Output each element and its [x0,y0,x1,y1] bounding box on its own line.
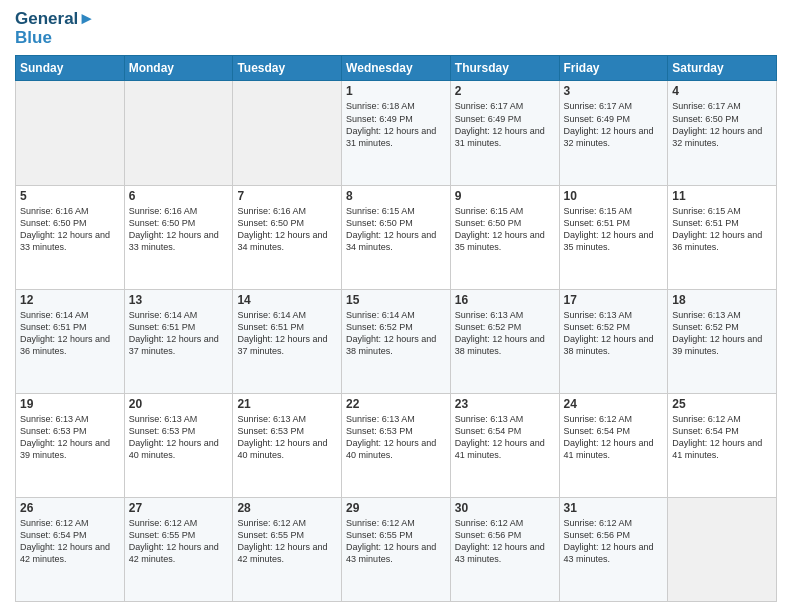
day-number: 24 [564,397,664,411]
calendar-week-5: 26Sunrise: 6:12 AM Sunset: 6:54 PM Dayli… [16,497,777,601]
calendar-cell: 15Sunrise: 6:14 AM Sunset: 6:52 PM Dayli… [342,289,451,393]
day-info: Sunrise: 6:13 AM Sunset: 6:53 PM Dayligh… [20,413,120,462]
calendar-cell: 17Sunrise: 6:13 AM Sunset: 6:52 PM Dayli… [559,289,668,393]
day-info: Sunrise: 6:12 AM Sunset: 6:56 PM Dayligh… [564,517,664,566]
day-number: 11 [672,189,772,203]
day-number: 10 [564,189,664,203]
day-number: 29 [346,501,446,515]
day-number: 18 [672,293,772,307]
weekday-header-row: SundayMondayTuesdayWednesdayThursdayFrid… [16,56,777,81]
day-info: Sunrise: 6:18 AM Sunset: 6:49 PM Dayligh… [346,100,446,149]
day-number: 9 [455,189,555,203]
day-info: Sunrise: 6:17 AM Sunset: 6:50 PM Dayligh… [672,100,772,149]
calendar-cell [668,497,777,601]
calendar-cell [16,81,125,185]
calendar-table: SundayMondayTuesdayWednesdayThursdayFrid… [15,55,777,602]
weekday-header-sunday: Sunday [16,56,125,81]
calendar-cell: 5Sunrise: 6:16 AM Sunset: 6:50 PM Daylig… [16,185,125,289]
calendar-cell: 1Sunrise: 6:18 AM Sunset: 6:49 PM Daylig… [342,81,451,185]
day-number: 7 [237,189,337,203]
calendar-cell: 31Sunrise: 6:12 AM Sunset: 6:56 PM Dayli… [559,497,668,601]
day-number: 27 [129,501,229,515]
day-info: Sunrise: 6:14 AM Sunset: 6:51 PM Dayligh… [20,309,120,358]
day-number: 1 [346,84,446,98]
calendar-cell: 9Sunrise: 6:15 AM Sunset: 6:50 PM Daylig… [450,185,559,289]
day-info: Sunrise: 6:13 AM Sunset: 6:53 PM Dayligh… [129,413,229,462]
calendar-cell: 2Sunrise: 6:17 AM Sunset: 6:49 PM Daylig… [450,81,559,185]
day-info: Sunrise: 6:16 AM Sunset: 6:50 PM Dayligh… [20,205,120,254]
calendar-week-3: 12Sunrise: 6:14 AM Sunset: 6:51 PM Dayli… [16,289,777,393]
day-number: 21 [237,397,337,411]
page: General► Blue SundayMondayTuesdayWednesd… [0,0,792,612]
day-info: Sunrise: 6:13 AM Sunset: 6:53 PM Dayligh… [237,413,337,462]
day-number: 8 [346,189,446,203]
day-number: 6 [129,189,229,203]
day-info: Sunrise: 6:12 AM Sunset: 6:55 PM Dayligh… [129,517,229,566]
day-number: 15 [346,293,446,307]
calendar-cell: 7Sunrise: 6:16 AM Sunset: 6:50 PM Daylig… [233,185,342,289]
weekday-header-monday: Monday [124,56,233,81]
day-number: 13 [129,293,229,307]
day-info: Sunrise: 6:12 AM Sunset: 6:55 PM Dayligh… [237,517,337,566]
calendar-cell: 10Sunrise: 6:15 AM Sunset: 6:51 PM Dayli… [559,185,668,289]
day-info: Sunrise: 6:14 AM Sunset: 6:51 PM Dayligh… [237,309,337,358]
calendar-cell: 25Sunrise: 6:12 AM Sunset: 6:54 PM Dayli… [668,393,777,497]
day-info: Sunrise: 6:14 AM Sunset: 6:52 PM Dayligh… [346,309,446,358]
day-info: Sunrise: 6:12 AM Sunset: 6:54 PM Dayligh… [564,413,664,462]
calendar-cell: 6Sunrise: 6:16 AM Sunset: 6:50 PM Daylig… [124,185,233,289]
calendar-cell: 26Sunrise: 6:12 AM Sunset: 6:54 PM Dayli… [16,497,125,601]
day-number: 17 [564,293,664,307]
day-number: 25 [672,397,772,411]
day-number: 4 [672,84,772,98]
calendar-cell: 27Sunrise: 6:12 AM Sunset: 6:55 PM Dayli… [124,497,233,601]
calendar-cell: 19Sunrise: 6:13 AM Sunset: 6:53 PM Dayli… [16,393,125,497]
day-number: 14 [237,293,337,307]
calendar-cell: 24Sunrise: 6:12 AM Sunset: 6:54 PM Dayli… [559,393,668,497]
calendar-cell: 13Sunrise: 6:14 AM Sunset: 6:51 PM Dayli… [124,289,233,393]
calendar-cell: 30Sunrise: 6:12 AM Sunset: 6:56 PM Dayli… [450,497,559,601]
calendar-cell: 4Sunrise: 6:17 AM Sunset: 6:50 PM Daylig… [668,81,777,185]
calendar-cell: 3Sunrise: 6:17 AM Sunset: 6:49 PM Daylig… [559,81,668,185]
calendar-cell: 29Sunrise: 6:12 AM Sunset: 6:55 PM Dayli… [342,497,451,601]
calendar-week-4: 19Sunrise: 6:13 AM Sunset: 6:53 PM Dayli… [16,393,777,497]
calendar-cell: 20Sunrise: 6:13 AM Sunset: 6:53 PM Dayli… [124,393,233,497]
weekday-header-saturday: Saturday [668,56,777,81]
weekday-header-thursday: Thursday [450,56,559,81]
day-info: Sunrise: 6:12 AM Sunset: 6:54 PM Dayligh… [20,517,120,566]
logo: General► Blue [15,10,95,47]
day-info: Sunrise: 6:16 AM Sunset: 6:50 PM Dayligh… [237,205,337,254]
calendar-cell: 12Sunrise: 6:14 AM Sunset: 6:51 PM Dayli… [16,289,125,393]
day-info: Sunrise: 6:15 AM Sunset: 6:50 PM Dayligh… [455,205,555,254]
header: General► Blue [15,10,777,47]
calendar-cell: 28Sunrise: 6:12 AM Sunset: 6:55 PM Dayli… [233,497,342,601]
calendar-cell [233,81,342,185]
calendar-cell: 16Sunrise: 6:13 AM Sunset: 6:52 PM Dayli… [450,289,559,393]
weekday-header-friday: Friday [559,56,668,81]
day-info: Sunrise: 6:15 AM Sunset: 6:51 PM Dayligh… [672,205,772,254]
day-number: 31 [564,501,664,515]
day-number: 19 [20,397,120,411]
day-number: 30 [455,501,555,515]
day-number: 12 [20,293,120,307]
calendar-cell: 23Sunrise: 6:13 AM Sunset: 6:54 PM Dayli… [450,393,559,497]
day-number: 22 [346,397,446,411]
calendar-cell: 18Sunrise: 6:13 AM Sunset: 6:52 PM Dayli… [668,289,777,393]
day-info: Sunrise: 6:17 AM Sunset: 6:49 PM Dayligh… [564,100,664,149]
day-number: 16 [455,293,555,307]
calendar-week-1: 1Sunrise: 6:18 AM Sunset: 6:49 PM Daylig… [16,81,777,185]
day-info: Sunrise: 6:15 AM Sunset: 6:51 PM Dayligh… [564,205,664,254]
calendar-cell: 11Sunrise: 6:15 AM Sunset: 6:51 PM Dayli… [668,185,777,289]
calendar-cell: 14Sunrise: 6:14 AM Sunset: 6:51 PM Dayli… [233,289,342,393]
calendar-cell: 21Sunrise: 6:13 AM Sunset: 6:53 PM Dayli… [233,393,342,497]
day-number: 2 [455,84,555,98]
day-info: Sunrise: 6:12 AM Sunset: 6:55 PM Dayligh… [346,517,446,566]
day-info: Sunrise: 6:12 AM Sunset: 6:56 PM Dayligh… [455,517,555,566]
day-info: Sunrise: 6:12 AM Sunset: 6:54 PM Dayligh… [672,413,772,462]
day-number: 3 [564,84,664,98]
weekday-header-wednesday: Wednesday [342,56,451,81]
day-number: 20 [129,397,229,411]
day-info: Sunrise: 6:13 AM Sunset: 6:52 PM Dayligh… [455,309,555,358]
day-number: 26 [20,501,120,515]
day-number: 28 [237,501,337,515]
calendar-cell: 8Sunrise: 6:15 AM Sunset: 6:50 PM Daylig… [342,185,451,289]
